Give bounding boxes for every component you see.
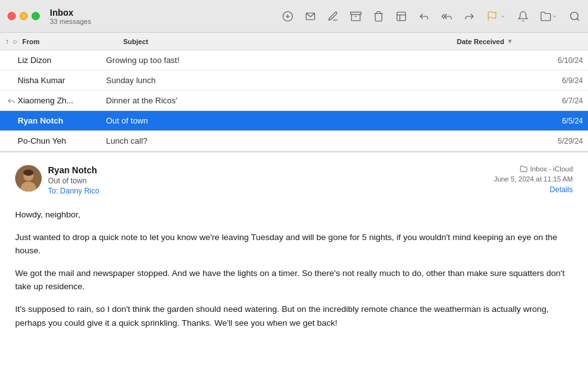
body-paragraph-3: We got the mail and newspaper stopped. A… [15,267,573,294]
inbox-label: Inbox - iCloud [520,165,573,173]
inbox-title: Inbox [50,8,91,18]
subject-cell: Lunch call? [106,136,469,146]
date-cell: 6/9/24 [469,76,583,85]
avatar [15,165,42,192]
subject-cell: Growing up too fast! [106,55,469,65]
detail-header: Ryan Notch Out of town To: Danny Rico In… [15,165,573,195]
body-paragraph-2: Just wanted to drop a quick note to let … [15,231,573,258]
folder-small-icon [520,165,527,173]
svg-rect-6 [397,12,406,21]
avatar-image [15,165,42,192]
subject-cell: Sunday lunch [106,76,469,85]
sender-info: Ryan Notch Out of town To: Danny Rico [48,165,494,195]
table-row[interactable]: Po-Chun YehLunch call?5/29/24 [0,131,588,151]
row-indicator [5,96,18,105]
notify-icon[interactable] [517,11,529,22]
folder-icon[interactable] [540,11,558,22]
body-paragraph-1: Howdy, neighbor, [15,208,573,222]
email-body: Howdy, neighbor, Just wanted to drop a q… [15,208,573,330]
trash-icon[interactable] [373,11,384,22]
body-paragraph-4: It's supposed to rain, so I don't think … [15,302,573,330]
date-sort-chevron[interactable]: ▼ [507,38,513,45]
reply-all-icon[interactable] [441,11,452,22]
column-header-date: Date Received ▼ [457,38,583,45]
column-header-subject: Subject [123,38,457,45]
email-to: To: Danny Rico [48,187,494,195]
table-row[interactable]: Ryan NotchOut of town6/5/24 [0,111,588,131]
table-row[interactable]: Xiaomeng Zh...Dinner at the Ricos'6/7/24 [0,91,588,111]
traffic-lights [8,12,40,20]
junk-icon[interactable] [396,11,407,22]
archive-icon[interactable] [350,11,362,22]
detail-meta: Inbox - iCloud June 5, 2024 at 11:15 AM … [494,165,573,194]
flag-icon[interactable] [486,11,506,22]
email-date: June 5, 2024 at 11:15 AM [494,175,573,183]
column-header-from: From [22,38,123,45]
date-cell: 6/10/24 [469,56,583,65]
main-content: ↑ ○ From Subject Date Received ▼ Liz Diz… [0,33,588,368]
email-list: ↑ ○ From Subject Date Received ▼ Liz Diz… [0,33,588,152]
sort-unread-icon[interactable]: ○ [13,37,17,46]
close-button[interactable] [8,12,16,20]
title-bar: Inbox 33 messages [0,0,588,33]
svg-rect-4 [351,12,362,14]
details-link[interactable]: Details [550,185,573,194]
from-cell: Ryan Notch [18,116,106,125]
message-count: 33 messages [50,18,91,25]
subject-cell: Dinner at the Ricos' [106,96,469,105]
maximize-button[interactable] [32,12,40,20]
date-cell: 6/5/24 [469,117,583,125]
from-cell: Xiaomeng Zh... [18,96,106,105]
date-cell: 6/7/24 [469,96,583,105]
table-row[interactable]: Liz DizonGrowing up too fast!6/10/24 [0,50,588,71]
search-icon[interactable] [569,11,580,22]
recipient-name[interactable]: Danny Rico [60,187,99,195]
reply-icon[interactable] [418,11,430,22]
from-cell: Nisha Kumar [18,76,106,85]
table-row[interactable]: Nisha KumarSunday lunch6/9/24 [0,71,588,91]
toolbar [282,11,580,22]
svg-point-10 [570,12,578,20]
minimize-button[interactable] [20,12,28,20]
svg-point-15 [23,170,33,176]
sender-name: Ryan Notch [48,165,494,175]
email-rows: Liz DizonGrowing up too fast!6/10/24Nish… [0,50,588,151]
from-cell: Po-Chun Yeh [18,136,106,146]
sort-up-icon[interactable]: ↑ [5,37,9,46]
mail-icon[interactable] [305,11,316,22]
email-detail: Ryan Notch Out of town To: Danny Rico In… [0,152,588,368]
forward-icon[interactable] [464,11,475,22]
subject-cell: Out of town [106,116,469,125]
email-subject-detail: Out of town [48,176,494,185]
app-title: Inbox 33 messages [50,8,91,25]
date-cell: 5/29/24 [469,137,583,146]
compose-icon[interactable] [327,11,339,22]
svg-line-11 [577,18,579,20]
note-icon[interactable] [282,11,293,22]
sort-controls[interactable]: ↑ ○ [5,37,17,46]
list-header: ↑ ○ From Subject Date Received ▼ [0,33,588,50]
from-cell: Liz Dizon [18,55,106,65]
